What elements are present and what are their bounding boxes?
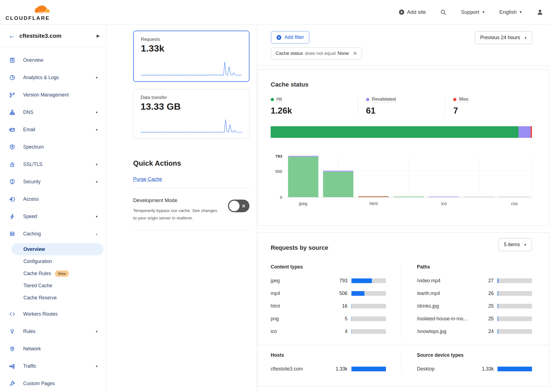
- filter-chip-value: None: [338, 51, 349, 56]
- sidebar-item-access[interactable]: Access: [0, 190, 106, 208]
- data-transfer-card[interactable]: Data transfer 13.33 GB: [133, 89, 249, 139]
- requests-card[interactable]: Requests 1.33k: [133, 31, 249, 82]
- sidebar-item-analytics-logs[interactable]: Analytics & Logs ▾: [0, 69, 106, 86]
- sidebar-item-rules[interactable]: Rules ▾: [0, 323, 106, 340]
- revalidated-value: 61: [366, 106, 445, 116]
- y-axis-labels: 793 500 0: [271, 156, 286, 197]
- shield-asterisk-icon: [9, 144, 15, 151]
- code-brackets-icon: [9, 311, 15, 318]
- hierarchy-icon: [9, 109, 15, 116]
- miss-label[interactable]: Miss: [459, 96, 468, 103]
- sidebar-item-workers-routes[interactable]: Workers Routes: [0, 305, 106, 323]
- divider: [133, 230, 249, 230]
- requests-sparkline: [141, 59, 242, 77]
- chevron-down-icon: ▾: [96, 128, 98, 132]
- remove-filter-icon[interactable]: ✕: [353, 50, 357, 57]
- miss-value: 7: [453, 106, 532, 116]
- top-bar: CLOUDFLARE Add site Support ▼ English ▼: [0, 0, 551, 25]
- site-switcher-chevron-icon[interactable]: ▶: [96, 33, 100, 38]
- development-mode-title: Development Mode: [133, 197, 221, 203]
- support-menu[interactable]: Support ▼: [461, 9, 485, 15]
- data-transfer-value: 13.33 GB: [141, 101, 242, 112]
- sidebar-item-security[interactable]: Security ▾: [0, 173, 106, 190]
- progress-bar: [351, 304, 386, 308]
- sidebar-subitem-cache-rules[interactable]: Cache Rules Beta: [12, 267, 104, 280]
- sidebar-item-ssl-tls[interactable]: SSL/TLS ▾: [0, 156, 106, 173]
- table-row: mp4 506: [271, 287, 386, 300]
- sidebar-item-email[interactable]: Email ▾: [0, 121, 106, 138]
- progress-bar: [498, 278, 532, 283]
- map-pin-icon: [9, 346, 15, 352]
- stacked-segment-miss: [531, 126, 532, 138]
- purge-cache-link[interactable]: Purge Cache: [133, 176, 162, 182]
- revalidated-dot-icon: [366, 98, 369, 101]
- chevron-down-icon: ▼: [524, 36, 527, 39]
- add-site-button[interactable]: Add site: [399, 9, 426, 15]
- divider: [133, 188, 249, 188]
- sidebar-item-version-management[interactable]: Version Management: [0, 86, 106, 104]
- sidebar-item-spectrum[interactable]: Spectrum: [0, 138, 106, 156]
- hit-label[interactable]: Hit: [276, 96, 282, 103]
- share-nodes-icon: [9, 363, 15, 370]
- caching-submenu: Overview Configuration Cache Rules Beta …: [0, 243, 106, 304]
- chevron-down-icon: ▼: [524, 243, 527, 246]
- time-range-dropdown[interactable]: Previous 24 hours ▼: [475, 31, 532, 44]
- filter-chip[interactable]: Cache status does not equal None ✕: [271, 47, 362, 60]
- progress-bar: [498, 367, 532, 371]
- table-row: cftestsite3.com 1.33k: [271, 363, 386, 375]
- hit-dot-icon: [271, 98, 274, 101]
- add-filter-button[interactable]: Add filter: [271, 31, 309, 44]
- funnel-icon: [9, 328, 15, 335]
- source-device-types-table: Source device types Desktop 1.33k: [401, 352, 532, 375]
- sidebar-item-traffic[interactable]: Traffic ▾: [0, 358, 106, 375]
- progress-bar: [498, 291, 532, 296]
- cache-status-title: Cache status: [271, 81, 532, 88]
- bar-png: [391, 156, 426, 197]
- progress-fill: [498, 367, 532, 371]
- requests-by-source-card: Requests by source 5 items ▼ Content typ…: [257, 232, 549, 386]
- sidebar: ← cftestsite3.com ▶ Overview Analytics &…: [0, 25, 106, 392]
- progress-fill: [351, 304, 352, 308]
- chevron-down-icon: ▾: [96, 364, 98, 368]
- search-button[interactable]: [440, 9, 447, 15]
- chevron-down-icon: ▾: [96, 110, 98, 114]
- filter-chip-field: Cache status: [276, 51, 303, 56]
- sidebar-item-network[interactable]: Network: [0, 340, 106, 358]
- filter-bar: Add filter Cache status does not equal N…: [257, 25, 549, 66]
- clipboard-icon: [9, 57, 15, 64]
- stacked-segment-revalidated: [518, 126, 531, 138]
- account-menu[interactable]: [537, 9, 543, 15]
- search-icon: [440, 9, 447, 15]
- revalidated-label[interactable]: Revalidated: [372, 96, 396, 103]
- sidebar-item-custom-pages[interactable]: Custom Pages: [0, 375, 106, 392]
- chevron-down-icon: ▼: [519, 10, 522, 14]
- bar-html: [356, 156, 391, 197]
- items-count-dropdown[interactable]: 5 items ▼: [499, 238, 532, 251]
- x-axis-labels: jpeg html ico css: [286, 201, 532, 206]
- cache-status-card: Cache status Hit 1.26k Revalidated 61: [257, 69, 549, 226]
- toggle-off-x-icon: ✕: [241, 203, 246, 209]
- progress-fill: [351, 367, 386, 371]
- login-arrow-icon: [9, 196, 15, 203]
- requests-by-source-title: Requests by source: [271, 244, 328, 251]
- sidebar-item-dns[interactable]: DNS ▾: [0, 104, 106, 121]
- progress-bar: [498, 329, 532, 334]
- chevron-down-icon: ▾: [96, 214, 98, 219]
- sidebar-item-overview[interactable]: Overview: [0, 52, 106, 69]
- sidebar-subitem-caching-overview[interactable]: Overview: [12, 243, 104, 255]
- chevron-down-icon: ▾: [96, 162, 98, 167]
- hit-value: 1.26k: [271, 106, 358, 116]
- sidebar-item-speed[interactable]: Speed ▾: [0, 208, 106, 225]
- development-mode-toggle[interactable]: ✕: [228, 200, 249, 212]
- table-row: html 16: [271, 300, 386, 312]
- back-arrow-icon[interactable]: ←: [8, 31, 19, 40]
- miss-dot-icon: [453, 98, 456, 101]
- sidebar-subitem-tiered-cache[interactable]: Tiered Cache: [12, 280, 104, 292]
- language-menu[interactable]: English ▼: [499, 9, 522, 15]
- sidebar-subitem-cache-reserve[interactable]: Cache Reserve: [12, 292, 104, 304]
- sidebar-subitem-configuration[interactable]: Configuration: [12, 255, 104, 267]
- sidebar-item-caching[interactable]: Caching ▴: [0, 225, 106, 243]
- site-header: ← cftestsite3.com ▶: [0, 25, 106, 47]
- toggle-knob: [229, 201, 240, 211]
- cloudflare-logo[interactable]: CLOUDFLARE: [6, 3, 55, 21]
